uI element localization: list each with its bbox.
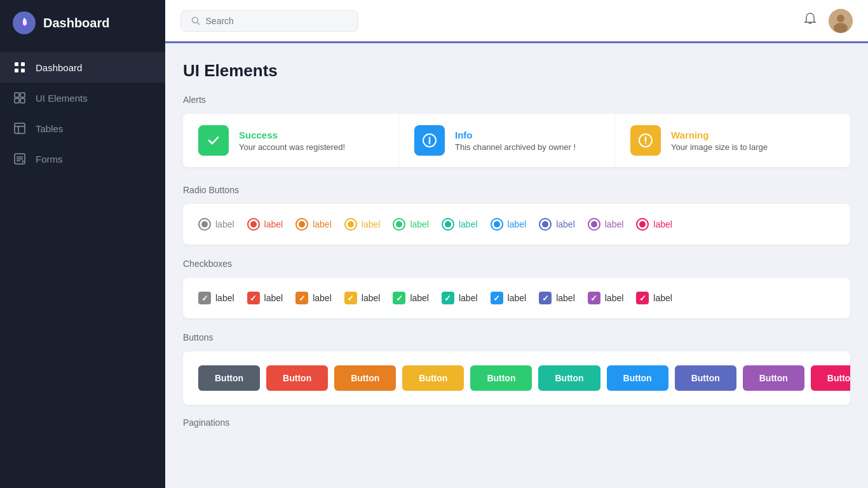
- alert-warning-text: Warning Your image size is to large: [671, 130, 768, 152]
- avatar[interactable]: [829, 9, 853, 33]
- checkbox-item-orange[interactable]: ✓ label: [295, 292, 332, 304]
- button-purple[interactable]: Button: [743, 365, 804, 391]
- svg-point-19: [837, 15, 844, 22]
- svg-rect-1: [15, 62, 18, 66]
- radio-circle: [539, 218, 552, 231]
- radio-label-text: label: [508, 219, 527, 229]
- radio-item-red[interactable]: label: [247, 218, 283, 231]
- checkbox-item-indigo[interactable]: ✓ label: [539, 292, 575, 304]
- radio-label-text: label: [459, 219, 478, 229]
- checkbox-label-text: label: [215, 293, 234, 303]
- radio-item-blue[interactable]: label: [491, 218, 527, 231]
- ui-elements-icon: [13, 91, 27, 105]
- button-orange[interactable]: Button: [334, 365, 396, 391]
- sidebar: Dashboard Dashboard: [0, 0, 165, 488]
- checkbox-label-text: label: [605, 293, 624, 303]
- radio-item-purple[interactable]: label: [588, 218, 624, 231]
- buttons-section: Buttons Button Button Button Button Butt…: [183, 332, 850, 405]
- radio-circle: [295, 218, 308, 231]
- radio-label-text: label: [362, 219, 381, 229]
- alert-success-title: Success: [239, 130, 345, 140]
- checkbox-box: ✓: [198, 292, 211, 304]
- checkbox-item-yellow[interactable]: ✓ label: [344, 292, 381, 304]
- sidebar-item-tables[interactable]: Tables: [0, 113, 165, 144]
- radio-label-text: label: [264, 219, 283, 229]
- radio-circle: [442, 218, 454, 231]
- svg-rect-3: [15, 69, 18, 72]
- alerts-label: Alerts: [183, 95, 850, 105]
- radio-item-gray[interactable]: label: [198, 218, 234, 231]
- checkbox-box: ✓: [636, 292, 649, 304]
- svg-rect-5: [15, 93, 19, 97]
- alert-success-text: Success Your account was registered!: [239, 130, 345, 152]
- checkboxes-section: Checkboxes ✓ label ✓ label ✓ label: [183, 259, 850, 318]
- checkbox-item-teal[interactable]: ✓ label: [442, 292, 478, 304]
- checkbox-label-text: label: [264, 293, 283, 303]
- radio-item-pink[interactable]: label: [636, 218, 672, 231]
- content-area: UI Elements Alerts Success Your account …: [165, 43, 868, 488]
- sidebar-item-ui-elements[interactable]: UI Elements: [0, 83, 165, 113]
- alerts-section: Alerts Success Your account was register…: [183, 95, 850, 167]
- radio-label-text: label: [605, 219, 624, 229]
- radio-label-text: label: [313, 219, 332, 229]
- search-icon: [191, 16, 201, 26]
- search-input[interactable]: [206, 16, 348, 26]
- buttons-label: Buttons: [183, 332, 850, 342]
- radio-item-green[interactable]: label: [393, 218, 429, 231]
- button-pink[interactable]: Button: [811, 365, 850, 391]
- radio-label-text: label: [556, 219, 575, 229]
- logo-icon: [13, 11, 36, 34]
- radio-item-teal[interactable]: label: [442, 218, 478, 231]
- radio-circle: [344, 218, 357, 231]
- button-green[interactable]: Button: [470, 365, 532, 391]
- radio-label: Radio Buttons: [183, 185, 850, 195]
- notification-bell-icon[interactable]: [803, 12, 817, 29]
- alert-warning-icon: [630, 125, 661, 156]
- sidebar-nav: Dashboard UI Elements Table: [0, 46, 165, 180]
- svg-line-17: [198, 22, 200, 24]
- sidebar-item-dashboard[interactable]: Dashboard: [0, 52, 165, 83]
- alerts-row: Success Your account was registered! Inf…: [183, 114, 850, 167]
- alert-info-icon: [414, 125, 445, 156]
- button-teal[interactable]: Button: [538, 365, 600, 391]
- radio-circle: [198, 218, 211, 231]
- checkbox-box: ✓: [491, 292, 503, 304]
- checkbox-item-green[interactable]: ✓ label: [393, 292, 429, 304]
- button-yellow[interactable]: Button: [402, 365, 464, 391]
- button-gray[interactable]: Button: [198, 365, 260, 391]
- sidebar-item-forms[interactable]: Forms: [0, 144, 165, 174]
- sidebar-item-label: Forms: [36, 154, 63, 165]
- sidebar-item-label: Dashboard: [36, 62, 82, 73]
- checkbox-box: ✓: [344, 292, 357, 304]
- page-title: UI Elements: [183, 61, 850, 81]
- button-indigo[interactable]: Button: [675, 365, 736, 391]
- checkbox-item-purple[interactable]: ✓ label: [588, 292, 624, 304]
- button-blue[interactable]: Button: [607, 365, 668, 391]
- svg-rect-7: [15, 98, 19, 103]
- svg-rect-9: [15, 123, 25, 133]
- alert-info-text: Info This channel archived by owner !: [455, 130, 576, 152]
- radio-label-text: label: [410, 219, 429, 229]
- checkbox-label-text: label: [508, 293, 527, 303]
- radio-item-indigo[interactable]: label: [539, 218, 575, 231]
- checkbox-box: ✓: [393, 292, 405, 304]
- checkbox-item-red[interactable]: ✓ label: [247, 292, 283, 304]
- dashboard-icon: [13, 60, 27, 74]
- checkbox-label-text: label: [459, 293, 478, 303]
- checkbox-item-gray[interactable]: ✓ label: [198, 292, 234, 304]
- checkbox-item-pink[interactable]: ✓ label: [636, 292, 672, 304]
- checkbox-box: ✓: [539, 292, 552, 304]
- alert-success: Success Your account was registered!: [183, 114, 399, 167]
- checkbox-box: ✓: [442, 292, 454, 304]
- radio-item-orange[interactable]: label: [295, 218, 332, 231]
- svg-rect-4: [21, 69, 25, 72]
- search-box[interactable]: [180, 10, 358, 32]
- radio-label-text: label: [653, 219, 672, 229]
- radio-item-yellow[interactable]: label: [344, 218, 381, 231]
- checkbox-item-blue[interactable]: ✓ label: [491, 292, 527, 304]
- radio-section: Radio Buttons label label label: [183, 185, 850, 245]
- alert-warning-body: Your image size is to large: [671, 142, 768, 152]
- button-red[interactable]: Button: [266, 365, 328, 391]
- alert-info: Info This channel archived by owner !: [399, 114, 615, 167]
- header: [165, 0, 868, 43]
